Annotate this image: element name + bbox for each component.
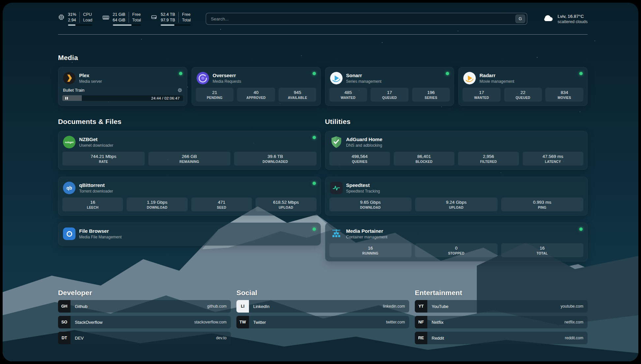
weather-location-temp: Lviv, 16.87°C <box>558 14 588 19</box>
pause-icon <box>65 97 68 100</box>
disk-icon <box>151 14 157 22</box>
app-name: File Browser <box>79 228 122 234</box>
cpu-chip-icon <box>58 14 65 22</box>
status-online-dot <box>313 182 316 185</box>
disk-usage-bar <box>161 24 191 26</box>
ram-widget: 21 GiB Free 64 GiB Total <box>102 12 141 26</box>
app-card-sonarr[interactable]: Sonarr Series management 485WANTED 17QUE… <box>325 67 454 106</box>
bookmark-linkedin[interactable]: LI LinkedIn linkedin.com <box>236 300 409 313</box>
netflix-icon: NF <box>415 316 427 328</box>
cpu-label: CPU <box>79 12 92 17</box>
cpu-load-label: Load <box>79 17 92 23</box>
search-input[interactable] <box>211 16 515 21</box>
status-online-dot <box>313 72 316 75</box>
stat-queries: 498,564QUERIES <box>329 152 390 166</box>
weather-widget: Lviv, 16.87°C scattered clouds <box>542 14 588 24</box>
youtube-icon: YT <box>415 300 427 313</box>
stat-pending: 21PENDING <box>196 88 234 102</box>
app-subtitle: Media Requests <box>213 79 241 84</box>
cpu-load: 2.94 <box>68 17 79 23</box>
status-online-dot <box>313 136 316 139</box>
stat-download: 1.19 GbpsDOWNLOAD <box>127 197 187 211</box>
bookmark-reddit[interactable]: RE Reddit reddit.com <box>415 332 588 344</box>
app-name: Overseerr <box>213 73 241 78</box>
social-links: Social LI LinkedIn linkedin.com TW Twitt… <box>236 289 409 344</box>
status-online-dot <box>579 228 583 231</box>
ram-free-label: Free <box>129 12 141 17</box>
documents-column: Documents & Files nzbget NZBGet Usenet d… <box>58 118 321 268</box>
app-subtitle: Movie management <box>479 79 514 84</box>
reddit-icon: RE <box>415 332 427 344</box>
overseerr-icon <box>197 72 209 84</box>
radarr-icon <box>463 72 476 84</box>
app-card-filebrowser[interactable]: File Browser Media File Management <box>58 223 321 246</box>
stat-wanted: 17WANTED <box>463 88 501 102</box>
app-card-portainer[interactable]: Media Portainer Container management 16R… <box>325 223 588 261</box>
stat-total: 16TOTAL <box>501 243 584 257</box>
app-name: qBittorrent <box>79 182 113 188</box>
cloud-icon <box>542 14 554 24</box>
bookmark-youtube[interactable]: YT YouTube youtube.com <box>415 300 588 313</box>
app-card-radarr[interactable]: Radarr Movie management 17WANTED 22QUEUE… <box>458 67 588 106</box>
plex-icon <box>63 72 76 84</box>
disk-total: 97.9 TB <box>161 17 178 23</box>
section-title-utilities: Utilities <box>325 118 588 126</box>
playback-time: 24:44 / 02:06:47 <box>151 96 179 100</box>
search-bar: G <box>206 13 527 25</box>
app-name: Media Portainer <box>346 228 387 234</box>
section-title-media: Media <box>58 54 588 62</box>
utilities-column: Utilities AdGuard Home DNS and <box>325 118 588 268</box>
stat-ping: 0.993 msPING <box>501 197 584 211</box>
section-title-social: Social <box>236 289 409 297</box>
app-subtitle: Speedtest Tracking <box>346 189 380 194</box>
app-name: Speedtest <box>346 182 380 188</box>
stat-remaining: 266 GBREMAINING <box>148 152 231 166</box>
ram-icon <box>102 14 109 22</box>
section-title-entertainment: Entertainment <box>415 289 588 297</box>
twitter-icon: TW <box>236 316 249 328</box>
cpu-widget: 31% CPU 2.94 Load <box>58 12 92 26</box>
dashboard-screen: 31% CPU 2.94 Load <box>3 3 638 361</box>
app-subtitle: Series management <box>346 79 382 84</box>
stat-wanted: 485WANTED <box>329 88 367 102</box>
header-divider <box>58 34 588 35</box>
app-card-adguard[interactable]: AdGuard Home DNS and adblocking 498,564Q… <box>325 131 588 170</box>
app-subtitle: Media File Management <box>79 235 122 239</box>
bookmark-github[interactable]: GH Github github.com <box>58 300 231 313</box>
app-subtitle: DNS and adblocking <box>346 143 382 148</box>
section-title-documents: Documents & Files <box>58 118 321 126</box>
stat-latency: 47.569 msLATENCY <box>523 152 583 166</box>
status-online-dot <box>179 72 182 75</box>
app-card-nzbget[interactable]: nzbget NZBGet Usenet downloader 744.21 M… <box>58 131 321 170</box>
stackoverflow-icon: SO <box>58 316 71 328</box>
media-grid: Plex Media server Bullet Train 24: <box>58 67 588 106</box>
stat-running: 16RUNNING <box>329 243 412 257</box>
disk-widget: 52.4 TB Free 97.9 TB Total <box>151 12 191 26</box>
bookmark-twitter[interactable]: TW Twitter twitter.com <box>236 316 409 328</box>
stat-leech: 16LEECH <box>62 197 123 211</box>
nzbget-icon: nzbget <box>63 136 76 148</box>
bookmark-netflix[interactable]: NF Netflix netflix.com <box>415 316 588 328</box>
weather-condition: scattered clouds <box>558 19 588 24</box>
app-card-overseerr[interactable]: Overseerr Media Requests 21PENDING 40APP… <box>192 67 321 106</box>
bookmark-stackoverflow[interactable]: SO StackOverflow stackoverflow.com <box>58 316 231 328</box>
app-name: Plex <box>79 73 102 78</box>
app-subtitle: Media server <box>79 79 102 84</box>
dev-icon: DT <box>58 332 71 344</box>
search-engine-button[interactable]: G <box>515 15 525 23</box>
stat-available: 945AVAILABLE <box>279 88 317 102</box>
now-playing-title: Bullet Train <box>63 88 84 93</box>
app-card-qbittorrent[interactable]: qb qBittorrent Torrent downloader 16LEEC… <box>58 177 321 216</box>
stat-queued: 17QUEUED <box>371 88 409 102</box>
playback-progress-bar: 24:44 / 02:06:47 <box>62 95 183 101</box>
stat-queued: 22QUEUED <box>504 88 542 102</box>
section-title-developer: Developer <box>58 289 231 297</box>
stat-upload: 618.52 MbpsUPLOAD <box>256 197 316 211</box>
filebrowser-icon <box>63 228 76 240</box>
bookmark-dev[interactable]: DT DEV dev.to <box>58 332 231 344</box>
app-card-plex[interactable]: Plex Media server Bullet Train 24: <box>58 67 187 106</box>
app-subtitle: Container management <box>346 235 387 239</box>
gear-icon[interactable] <box>177 88 182 93</box>
status-online-dot <box>313 228 316 231</box>
app-card-speedtest[interactable]: Speedtest Speedtest Tracking 9.65 GbpsDO… <box>325 177 588 216</box>
